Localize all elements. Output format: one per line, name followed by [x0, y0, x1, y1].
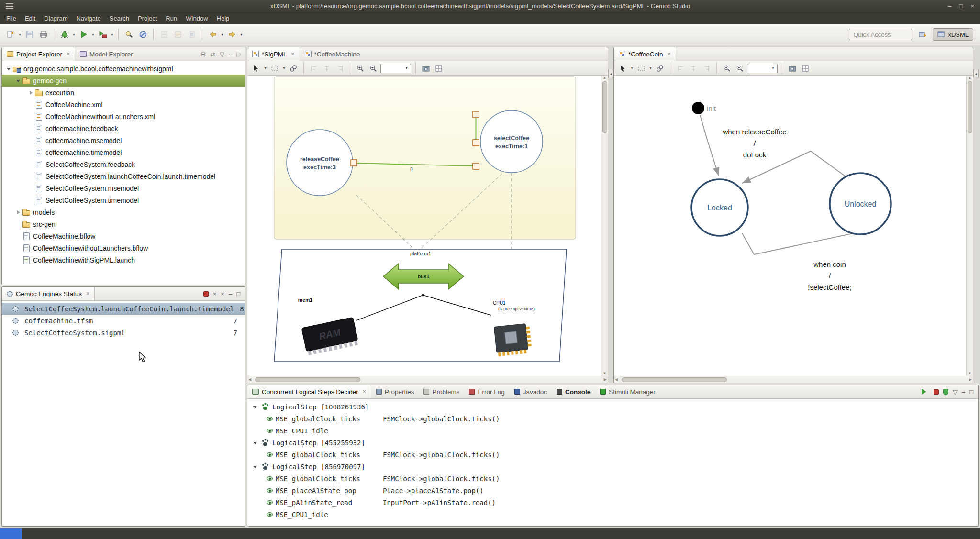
dropdown-caret[interactable]: ▾: [72, 33, 76, 37]
horizontal-scrollbar[interactable]: ◀▶: [614, 376, 973, 383]
logical-step-row[interactable]: LogicalStep [1008261936]: [247, 401, 978, 413]
menu-project[interactable]: Project: [134, 13, 161, 23]
back-button[interactable]: [206, 28, 219, 41]
logical-step-row[interactable]: LogicalStep [856970097]: [247, 461, 978, 473]
tree-item-coffeemachine-feedback[interactable]: coffeemachine.feedback: [2, 122, 245, 134]
close-icon[interactable]: ×: [363, 388, 366, 395]
stop-engine-button[interactable]: [203, 291, 209, 297]
zoom-out-button[interactable]: [368, 63, 379, 74]
tab-coffeemachine[interactable]: *CoffeeMachine: [300, 47, 365, 61]
mse-row[interactable]: MSE_placeA1State_popPlace->placeA1State.…: [247, 484, 978, 496]
engine-row[interactable]: coffemachine.tfsm7: [2, 315, 245, 327]
new-wizard-button[interactable]: [4, 28, 17, 41]
sash-collapse-button[interactable]: ◂: [608, 69, 613, 78]
link-tool-button[interactable]: [654, 63, 666, 74]
minimize-view-button[interactable]: –: [229, 290, 232, 297]
external-tools-button[interactable]: [96, 28, 109, 41]
initial-state[interactable]: init: [692, 102, 716, 114]
stop-button[interactable]: [934, 389, 939, 395]
align-left-button[interactable]: [308, 63, 320, 74]
minimize-view-button[interactable]: –: [962, 388, 965, 396]
mse-row[interactable]: MSE_CPU1_idle: [247, 508, 978, 520]
tree-item-coffeemachine-nolaunchers-bflow[interactable]: CoffeeMachinewithoutLaunchers.bflow: [2, 242, 245, 254]
tab-model-explorer[interactable]: Model Explorer: [75, 47, 138, 61]
menu-run[interactable]: Run: [161, 13, 181, 23]
dispose-all-engines-button[interactable]: ×: [221, 290, 224, 297]
toggle-annotation-button[interactable]: [157, 28, 170, 41]
tab-gemoc-engines-status[interactable]: Gemoc Engines Status ×: [2, 287, 95, 300]
scrollbar-thumb[interactable]: [968, 81, 972, 133]
editor-sash[interactable]: ◂: [973, 47, 979, 383]
app-menu-icon[interactable]: [6, 3, 13, 9]
engine-row[interactable]: SelectCoffeeSystem.sigpml7: [2, 327, 245, 339]
mse-row[interactable]: MSE_globalClock_ticksFSMClock->globalClo…: [247, 449, 978, 461]
tree-item-selectcoffeesystem-feedback[interactable]: SelectCoffeeSystem.feedback: [2, 158, 245, 170]
search-button[interactable]: [122, 28, 135, 41]
dropdown-caret[interactable]: ▾: [282, 66, 286, 70]
zoom-in-button[interactable]: [721, 63, 733, 74]
scroll-right-icon[interactable]: ▶: [604, 378, 607, 382]
decider-shield-button[interactable]: [943, 389, 948, 395]
mse-row[interactable]: MSE_globalClock_ticksFSMClock->globalClo…: [247, 473, 978, 484]
sash-collapse-button[interactable]: ◂: [973, 69, 979, 78]
close-icon[interactable]: ×: [67, 51, 70, 57]
tab-problems[interactable]: Problems: [419, 385, 464, 398]
dropdown-caret[interactable]: ▾: [18, 33, 22, 37]
maximize-view-button[interactable]: □: [236, 51, 240, 58]
mse-row[interactable]: MSE_globalClock_ticksFSMClock->globalClo…: [247, 413, 978, 425]
close-icon[interactable]: ×: [668, 51, 671, 57]
toggle-block-selection-button[interactable]: [185, 28, 198, 41]
tree-item-selectcoffeesystem-msemodel[interactable]: SelectCoffeeSystem.msemodel: [2, 182, 245, 194]
save-button[interactable]: [23, 28, 36, 41]
expander-icon[interactable]: [251, 463, 259, 470]
scrollbar-thumb[interactable]: [622, 377, 727, 382]
vertical-scrollbar[interactable]: ▲▼: [966, 76, 973, 376]
dropdown-caret[interactable]: ▾: [110, 33, 114, 37]
maximize-window-button[interactable]: □: [959, 2, 963, 10]
dropdown-caret[interactable]: ▾: [263, 66, 267, 70]
scrollbar-thumb[interactable]: [255, 377, 360, 382]
dispose-engine-button[interactable]: ×: [213, 290, 217, 297]
logical-step-row[interactable]: LogicalStep [455255932]: [247, 437, 978, 449]
align-left-button[interactable]: [675, 63, 686, 74]
tab-error-log[interactable]: Error Log: [464, 385, 509, 398]
forward-button[interactable]: [225, 28, 238, 41]
expander-icon[interactable]: [5, 66, 12, 72]
close-window-button[interactable]: ×: [970, 2, 974, 10]
tab-properties[interactable]: Properties: [371, 385, 419, 398]
scroll-up-icon[interactable]: ▲: [968, 76, 972, 80]
align-right-button[interactable]: [334, 63, 345, 74]
tree-item-models[interactable]: models: [2, 206, 245, 218]
view-menu-button[interactable]: ▽: [953, 388, 958, 396]
tree-item-execution[interactable]: execution: [2, 87, 245, 99]
collapse-all-button[interactable]: ⊟: [200, 51, 206, 58]
tree-item-selectcoffeesystem-launch-timemodel[interactable]: SelectCoffeeSystem.launchCoffeeCoin.laun…: [2, 170, 245, 182]
tab-concurrent-logical-steps-decider[interactable]: Concurrent Logical Steps Decider ×: [247, 385, 371, 398]
tab-javadoc[interactable]: Javadoc: [510, 385, 552, 398]
open-perspective-button[interactable]: [916, 28, 929, 41]
scroll-down-icon[interactable]: ▼: [603, 372, 607, 375]
tab-coffeecoin[interactable]: *CoffeeCoin ×: [614, 47, 676, 61]
port[interactable]: [351, 160, 357, 166]
coffeecoin-canvas[interactable]: init when releaseCoffee / doLock: [614, 76, 966, 376]
menu-window[interactable]: Window: [181, 13, 212, 23]
close-icon[interactable]: ×: [86, 290, 89, 297]
toggle-mark-occurrences-button[interactable]: [171, 28, 184, 41]
skip-breakpoints-button[interactable]: [136, 28, 149, 41]
grid-button[interactable]: [433, 63, 445, 74]
menu-diagram[interactable]: Diagram: [40, 13, 72, 23]
tab-console[interactable]: Console: [552, 385, 595, 398]
sigpml-canvas[interactable]: releaseCoffee execTime:3 selectCoffee ex…: [247, 76, 601, 376]
zoom-in-button[interactable]: [355, 63, 366, 74]
grid-button[interactable]: [800, 63, 811, 74]
port[interactable]: [473, 111, 479, 118]
expander-icon[interactable]: [251, 440, 259, 446]
align-center-button[interactable]: [688, 63, 699, 74]
editor-sash[interactable]: ◂: [608, 47, 613, 383]
maximize-view-button[interactable]: □: [969, 388, 973, 396]
align-center-button[interactable]: [321, 63, 333, 74]
expander-icon[interactable]: [251, 404, 259, 410]
perspective-xdsml-button[interactable]: xDSML: [933, 28, 973, 41]
tree-item-coffeemachine-msemodel[interactable]: coffeemachine.msemodel: [2, 134, 245, 146]
scrollbar-thumb[interactable]: [602, 81, 607, 133]
